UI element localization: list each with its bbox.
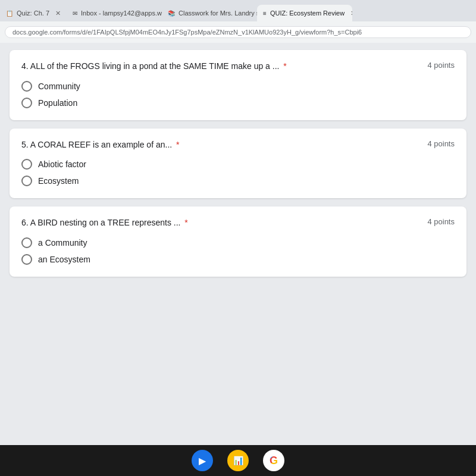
address-bar[interactable]: docs.google.com/forms/d/e/1FAIpQLSfpjM04… (5, 26, 471, 38)
tab-close-4[interactable]: ✕ (350, 10, 352, 17)
question-header-6: 6. A BIRD nesting on a TREE represents .… (21, 217, 455, 229)
question-text-5: 5. A CORAL REEF is an example of an... * (21, 139, 427, 151)
tab-label-1: Quiz: Ch. 7 (17, 10, 49, 17)
required-star-5: * (176, 140, 179, 149)
page-content: 4. ALL of the FROGS living in a pond at … (0, 43, 476, 445)
question-card-5: 5. A CORAL REEF is an example of an... *… (10, 129, 466, 199)
address-text: docs.google.com/forms/d/e/1FAIpQLSfpjM04… (12, 29, 362, 36)
question-points-4: 4 points (427, 61, 455, 70)
options-list-4: Community Population (21, 81, 455, 108)
tab-bar: 📋 Quiz: Ch. 7 ✕ ✉ Inbox - lampsy142@apps… (0, 0, 476, 21)
question-text-4: 4. ALL of the FROGS living in a pond at … (21, 61, 427, 73)
option-q4-community[interactable]: Community (21, 81, 455, 92)
question-points-6: 4 points (427, 217, 455, 226)
tab-label-4: QUIZ: Ecosystem Review (270, 10, 345, 17)
option-q5-abiotic[interactable]: Abiotic factor (21, 159, 455, 170)
browser-chrome: 📋 Quiz: Ch. 7 ✕ ✉ Inbox - lampsy142@apps… (0, 0, 476, 43)
question-text-6: 6. A BIRD nesting on a TREE represents .… (21, 217, 427, 229)
chart-icon: 📊 (233, 456, 243, 465)
radio-q6-ecosystem[interactable] (21, 254, 32, 265)
play-button[interactable]: ▶ (192, 450, 213, 471)
radio-q5-ecosystem[interactable] (21, 176, 32, 186)
question-card-6: 6. A BIRD nesting on a TREE represents .… (10, 206, 466, 277)
tab-quiz-ch7[interactable]: 📋 Quiz: Ch. 7 ✕ (0, 5, 67, 21)
option-q6-community[interactable]: a Community (21, 237, 455, 248)
required-star-4: * (283, 61, 286, 71)
option-q4-population[interactable]: Population (21, 98, 455, 108)
question-header-4: 4. ALL of the FROGS living in a pond at … (21, 61, 455, 73)
tab-inbox[interactable]: ✉ Inbox - lampsy142@apps.w... ✕ (67, 5, 162, 21)
option-q5-ecosystem[interactable]: Ecosystem (21, 176, 455, 186)
google-icon: G (270, 455, 278, 467)
tab-icon-4: ≡ (263, 10, 267, 17)
tab-icon-2: ✉ (73, 10, 77, 17)
question-header-5: 5. A CORAL REEF is an example of an... *… (21, 139, 455, 151)
question-points-5: 4 points (427, 139, 455, 148)
address-bar-row: docs.google.com/forms/d/e/1FAIpQLSfpjM04… (0, 21, 476, 43)
taskbar: ▶ 📊 G (0, 445, 476, 476)
option-label-q4-population: Population (38, 98, 77, 108)
tab-quiz-ecosystem[interactable]: ≡ QUIZ: Ecosystem Review ✕ (257, 5, 352, 21)
tab-classwork[interactable]: 📚 Classwork for Mrs. Landry s... ✕ (162, 5, 257, 21)
tab-label-3: Classwork for Mrs. Landry s... (178, 10, 257, 17)
radio-q4-population[interactable] (21, 98, 32, 108)
option-q6-ecosystem[interactable]: an Ecosystem (21, 254, 455, 265)
tab-close-1[interactable]: ✕ (55, 10, 61, 17)
question-card-4: 4. ALL of the FROGS living in a pond at … (10, 50, 466, 120)
radio-q6-community[interactable] (21, 237, 32, 248)
option-label-q6-community: a Community (38, 238, 87, 248)
play-icon: ▶ (199, 455, 206, 466)
chart-button[interactable]: 📊 (227, 450, 249, 471)
option-label-q6-ecosystem: an Ecosystem (38, 255, 90, 264)
radio-q5-abiotic[interactable] (21, 159, 32, 170)
radio-q4-community[interactable] (21, 81, 32, 92)
option-label-q5-ecosystem: Ecosystem (38, 176, 79, 186)
tab-icon-1: 📋 (6, 10, 13, 17)
options-list-6: a Community an Ecosystem (21, 237, 455, 265)
option-label-q5-abiotic: Abiotic factor (38, 159, 86, 169)
required-star-6: * (184, 218, 187, 227)
options-list-5: Abiotic factor Ecosystem (21, 159, 455, 186)
google-button[interactable]: G (263, 450, 284, 471)
tab-label-2: Inbox - lampsy142@apps.w... (81, 10, 162, 17)
option-label-q4-community: Community (38, 82, 80, 91)
tab-icon-3: 📚 (168, 10, 175, 17)
